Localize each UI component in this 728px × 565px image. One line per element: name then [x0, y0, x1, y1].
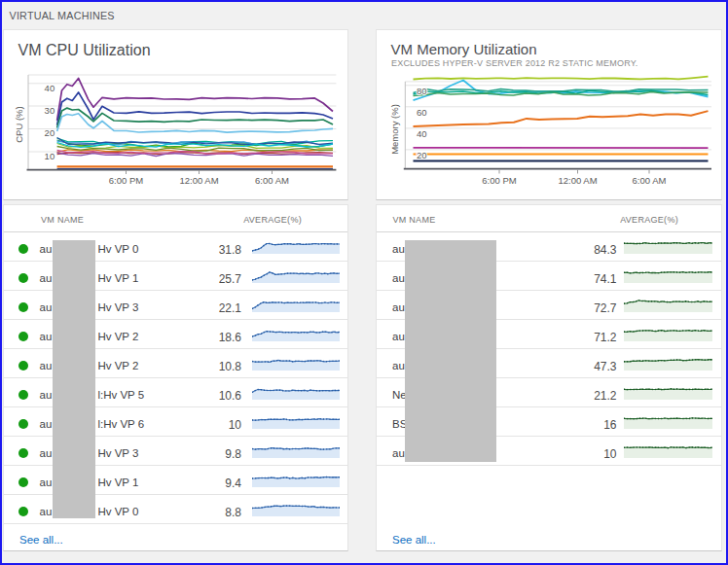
svg-text:80: 80 — [417, 86, 427, 96]
svg-text:12:00 AM: 12:00 AM — [179, 175, 218, 186]
svg-text:60: 60 — [417, 107, 427, 118]
svg-text:6:00 PM: 6:00 PM — [109, 175, 143, 186]
svg-text:6:00 PM: 6:00 PM — [482, 175, 516, 186]
svg-text:CPU (%): CPU (%) — [14, 106, 24, 142]
svg-text:20: 20 — [45, 127, 55, 138]
svg-text:40: 40 — [417, 128, 427, 139]
svg-text:12:00 AM: 12:00 AM — [558, 175, 597, 186]
svg-text:40: 40 — [45, 83, 55, 93]
svg-text:Memory (%): Memory (%) — [389, 104, 400, 155]
svg-text:30: 30 — [45, 105, 55, 116]
svg-text:6:00 AM: 6:00 AM — [255, 175, 289, 186]
svg-text:6:00 AM: 6:00 AM — [633, 175, 667, 186]
svg-text:20: 20 — [417, 150, 427, 160]
svg-text:10: 10 — [45, 151, 55, 161]
